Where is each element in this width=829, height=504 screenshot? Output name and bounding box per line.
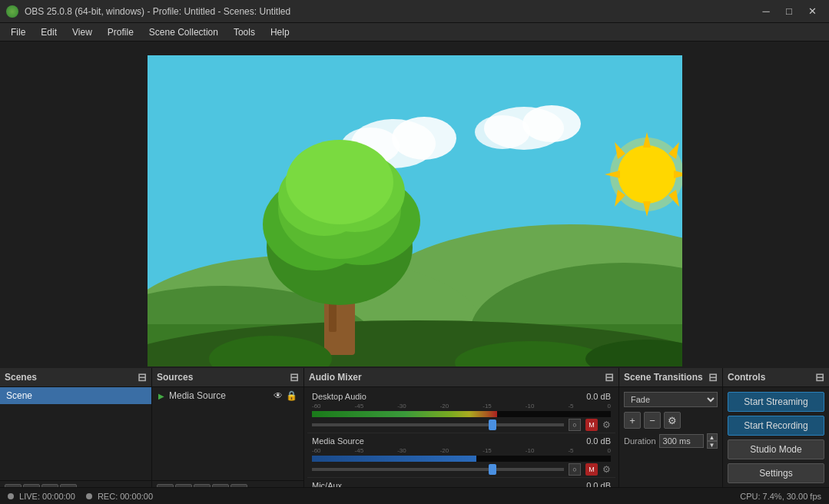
sources-panel-icon[interactable]: ⊟ [290, 371, 299, 383]
rec-indicator: REC: 00:00:00 [86, 492, 153, 501]
duration-input[interactable] [659, 434, 704, 448]
svg-point-15 [618, 145, 676, 204]
audio-fader-thumb-desktop [489, 419, 496, 430]
scenes-panel: Scenes ⊟ Scene + − ∧ ∨ [0, 368, 152, 504]
source-name: Media Source [169, 390, 226, 401]
transition-add-button[interactable]: + [624, 412, 641, 429]
menubar: File Edit View Profile Scene Collection … [0, 23, 829, 41]
audio-panel: Audio Mixer ⊟ Desktop Audio 0.0 dB -60-4… [304, 368, 619, 504]
audio-voldown-media[interactable]: ○ [569, 463, 581, 476]
source-actions: 👁 🔒 [274, 390, 297, 401]
start-streaming-button[interactable]: Start Streaming [728, 392, 824, 412]
studio-mode-button[interactable]: Studio Mode [728, 439, 824, 459]
duration-down-button[interactable]: ▼ [707, 441, 718, 449]
menu-file[interactable]: File [3, 23, 33, 41]
audio-panel-icon[interactable]: ⊟ [605, 371, 614, 383]
audio-meter-fill-desktop [312, 411, 497, 417]
transition-remove-button[interactable]: − [644, 412, 661, 429]
transition-select[interactable]: Fade Cut Swipe Slide Stinger Fade to Col… [624, 392, 718, 407]
audio-scale-media: -60-45-30-20-15-10-50 [312, 447, 611, 454]
bottom-panels: Scenes ⊟ Scene + − ∧ ∨ Sources ⊟ ▶ Media… [0, 368, 829, 504]
audio-fader-desktop[interactable] [312, 423, 564, 426]
audio-channel-header-desktop: Desktop Audio 0.0 dB [312, 392, 611, 401]
audio-meter-desktop [312, 411, 611, 417]
audio-label-desktop: Desktop Audio [312, 392, 366, 401]
source-item[interactable]: ▶ Media Source 👁 🔒 [152, 387, 303, 404]
audio-mute-desktop[interactable]: M [585, 419, 598, 431]
audio-db-desktop: 0.0 dB [586, 392, 611, 401]
preview-container [0, 41, 829, 366]
duration-spin: ▲ ▼ [707, 433, 718, 449]
menu-tools[interactable]: Tools [226, 23, 263, 41]
sources-header-label: Sources [157, 372, 193, 383]
sources-panel: Sources ⊟ ▶ Media Source 👁 🔒 + − ⚙ ∧ ∨ [152, 368, 304, 504]
preview-area[interactable] [148, 55, 682, 366]
source-visibility-icon[interactable]: 👁 [274, 390, 283, 401]
transitions-body: Fade Cut Swipe Slide Stinger Fade to Col… [619, 387, 722, 453]
menu-edit[interactable]: Edit [33, 23, 65, 41]
rec-dot [86, 493, 92, 499]
menu-view[interactable]: View [65, 23, 100, 41]
controls-panel: Controls ⊟ Start Streaming Start Recordi… [723, 368, 829, 504]
audio-gear-media[interactable]: ⚙ [602, 464, 611, 475]
live-label: LIVE: 00:00:00 [19, 492, 75, 501]
sources-panel-header: Sources ⊟ [152, 368, 303, 387]
transitions-panel-icon[interactable]: ⊟ [708, 371, 718, 383]
audio-channel-media: Media Source 0.0 dB -60-45-30-20-15-10-5… [307, 433, 615, 478]
menu-profile[interactable]: Profile [100, 23, 141, 41]
transition-add-row: + − ⚙ [624, 412, 718, 429]
audio-meter-media [312, 456, 611, 462]
duration-label: Duration [624, 436, 656, 446]
menu-help[interactable]: Help [263, 23, 297, 41]
scenes-list: Scene [0, 387, 151, 480]
menu-scene-collection[interactable]: Scene Collection [141, 23, 226, 41]
audio-scale-desktop: -60-45-30-20-15-10-50 [312, 403, 611, 410]
start-recording-button[interactable]: Start Recording [728, 416, 824, 436]
sources-list: ▶ Media Source 👁 🔒 [152, 387, 303, 480]
rec-label: REC: 00:00:00 [98, 492, 153, 501]
audio-fader-row-desktop: ○ M ⚙ [312, 419, 611, 431]
audio-panel-header: Audio Mixer ⊟ [304, 368, 618, 387]
scenes-panel-icon[interactable]: ⊟ [138, 371, 147, 383]
app-icon [6, 5, 18, 18]
audio-fader-thumb-media [489, 464, 496, 475]
svg-point-11 [522, 105, 581, 142]
transition-config-button[interactable]: ⚙ [664, 412, 681, 429]
live-dot [8, 493, 14, 499]
audio-fader-row-media: ○ M ⚙ [312, 463, 611, 476]
close-button[interactable]: ✕ [801, 4, 823, 19]
scene-item[interactable]: Scene [0, 387, 151, 404]
transitions-header-label: Scene Transitions [624, 372, 703, 383]
duration-row: Duration ▲ ▼ [624, 433, 718, 449]
settings-button[interactable]: Settings [728, 463, 824, 483]
transitions-panel: Scene Transitions ⊟ Fade Cut Swipe Slide… [619, 368, 723, 504]
audio-gear-desktop[interactable]: ⚙ [602, 419, 611, 430]
audio-meter-fill-media [312, 456, 476, 462]
audio-fader-media[interactable] [312, 468, 564, 471]
svg-point-32 [286, 140, 393, 224]
transitions-panel-header: Scene Transitions ⊟ [619, 368, 722, 387]
audio-mute-media[interactable]: M [585, 463, 598, 476]
window-controls: ─ □ ✕ [755, 4, 823, 19]
audio-channel-header-media: Media Source 0.0 dB [312, 436, 611, 446]
source-lock-icon[interactable]: 🔒 [286, 390, 297, 401]
svg-point-12 [475, 115, 530, 149]
audio-channel-desktop: Desktop Audio 0.0 dB -60-45-30-20-15-10-… [307, 389, 615, 433]
controls-panel-icon[interactable]: ⊟ [815, 371, 824, 383]
duration-up-button[interactable]: ▲ [707, 433, 718, 441]
svg-point-8 [392, 117, 456, 160]
live-indicator: LIVE: 00:00:00 [8, 492, 75, 501]
scene-preview [148, 55, 682, 366]
scenes-header-label: Scenes [5, 372, 37, 383]
statusbar: LIVE: 00:00:00 REC: 00:00:00 CPU: 7.4%, … [0, 487, 829, 504]
titlebar: OBS 25.0.8 (64-bit, windows) - Profile: … [0, 0, 829, 23]
audio-db-media: 0.0 dB [586, 436, 611, 446]
scenes-panel-header: Scenes ⊟ [0, 368, 151, 387]
window-title: OBS 25.0.8 (64-bit, windows) - Profile: … [25, 6, 755, 17]
minimize-button[interactable]: ─ [755, 4, 777, 19]
controls-header-label: Controls [728, 372, 765, 383]
cpu-label: CPU: 7.4%, 30.00 fps [740, 492, 821, 501]
audio-label-media: Media Source [312, 436, 364, 446]
audio-voldown-desktop[interactable]: ○ [569, 419, 581, 431]
maximize-button[interactable]: □ [778, 4, 800, 19]
